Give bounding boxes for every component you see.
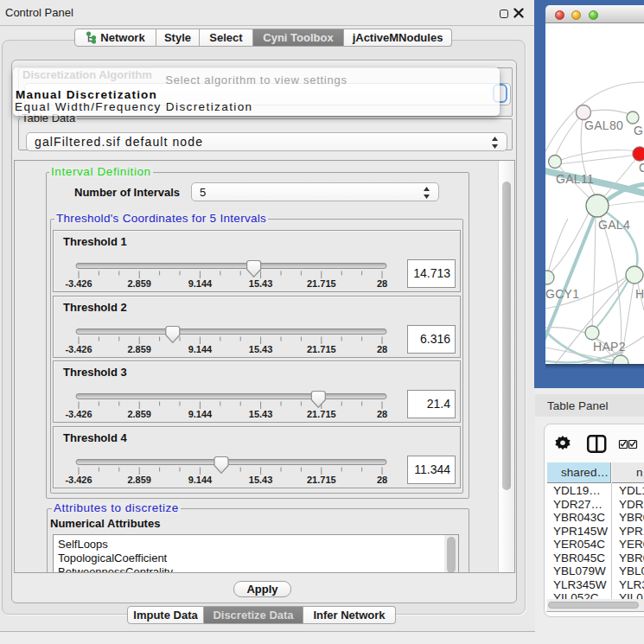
svg-text:21.715: 21.715 (307, 278, 336, 289)
svg-text:9.144: 9.144 (188, 409, 213, 419)
svg-text:15.43: 15.43 (249, 475, 273, 485)
svg-text:21.715: 21.715 (307, 409, 336, 419)
svg-text:H: H (635, 287, 644, 301)
svg-text:9.144: 9.144 (188, 278, 213, 289)
svg-text:28: 28 (377, 344, 387, 354)
svg-text:G: G (634, 124, 643, 137)
svg-text:2.859: 2.859 (127, 409, 151, 419)
svg-text:9.144: 9.144 (188, 344, 213, 354)
svg-text:2.859: 2.859 (127, 278, 151, 289)
svg-text:21.715: 21.715 (307, 475, 336, 485)
svg-text:21.715: 21.715 (307, 344, 336, 354)
svg-text:-3.426: -3.426 (65, 344, 92, 354)
svg-text:GAL80: GAL80 (584, 118, 623, 132)
svg-text:28: 28 (377, 409, 387, 419)
svg-text:28: 28 (377, 475, 387, 485)
svg-text:-3.426: -3.426 (65, 409, 92, 419)
svg-text:GAL4: GAL4 (598, 218, 630, 232)
svg-text:15.43: 15.43 (249, 409, 273, 419)
svg-text:15.43: 15.43 (249, 278, 273, 289)
svg-text:2.859: 2.859 (127, 344, 151, 354)
svg-text:28: 28 (377, 278, 387, 289)
svg-text:GAL11: GAL11 (556, 172, 594, 186)
svg-text:15.43: 15.43 (249, 344, 273, 354)
svg-text:GCY1: GCY1 (545, 287, 579, 301)
svg-text:2.859: 2.859 (127, 475, 151, 485)
svg-text:-3.426: -3.426 (65, 278, 92, 289)
svg-text:HAP2: HAP2 (593, 340, 626, 354)
svg-text:C: C (639, 161, 644, 175)
svg-text:9.144: 9.144 (188, 475, 213, 485)
svg-text:-3.426: -3.426 (65, 475, 92, 485)
